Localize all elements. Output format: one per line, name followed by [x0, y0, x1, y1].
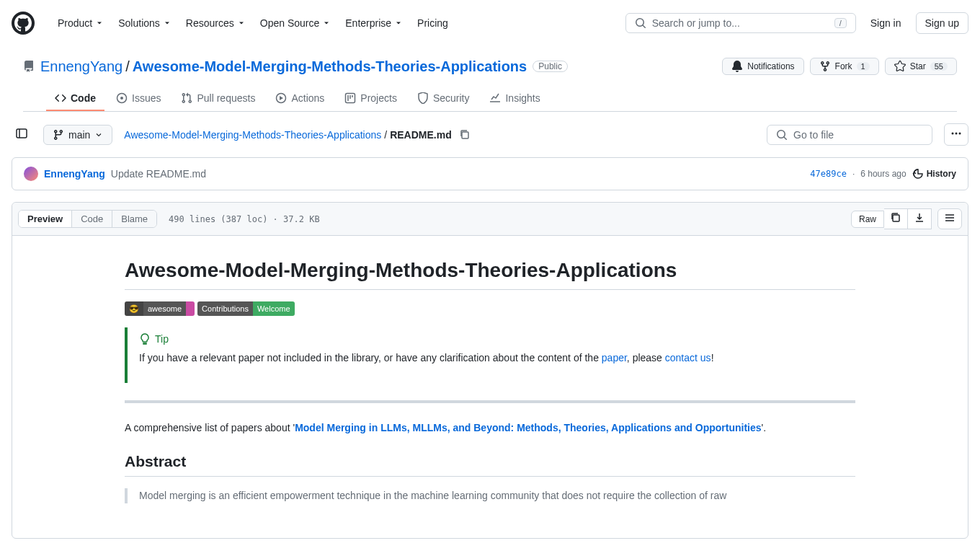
markdown-body: Awesome-Model-Merging-Methods-Theories-A…: [12, 236, 968, 538]
breadcrumb-repo[interactable]: Awesome-Model-Merging-Methods-Theories-A…: [124, 129, 381, 141]
preview-tab[interactable]: Preview: [19, 211, 72, 227]
raw-button[interactable]: Raw: [851, 211, 884, 228]
copy-path-icon[interactable]: [459, 129, 471, 141]
svg-point-6: [952, 133, 954, 135]
branch-selector[interactable]: main: [43, 125, 112, 145]
svg-rect-9: [893, 215, 899, 221]
repo-tabs: Code Issues Pull requests Actions Projec…: [23, 87, 957, 112]
file-info: 490 lines (387 loc) · 37.2 KB: [169, 214, 320, 224]
search-icon: [776, 129, 788, 141]
abstract-body: Model merging is an efficient empowermen…: [125, 488, 855, 503]
projects-icon: [344, 92, 356, 104]
abstract-heading: Abstract: [125, 453, 855, 477]
shield-icon: [417, 92, 429, 104]
list-icon: [944, 212, 956, 224]
global-header: Product Solutions Resources Open Source …: [0, 0, 980, 46]
svg-point-8: [959, 133, 961, 135]
graph-icon: [489, 92, 501, 104]
download-icon: [914, 212, 925, 224]
intro-text: A comprehensive list of papers about 'Mo…: [125, 420, 855, 436]
breadcrumb: Awesome-Model-Merging-Methods-Theories-A…: [124, 129, 470, 141]
awesome-badge[interactable]: 😎 awesome: [125, 301, 195, 316]
file-toolbar: Preview Code Blame 490 lines (387 loc) ·…: [12, 203, 968, 236]
fork-count: 1: [857, 62, 870, 71]
bell-icon: [731, 61, 743, 72]
download-button[interactable]: [908, 208, 932, 229]
issues-icon: [116, 92, 128, 104]
star-count: 55: [930, 62, 948, 71]
copy-button[interactable]: [884, 208, 908, 229]
file-view: Preview Code Blame 490 lines (387 loc) ·…: [12, 202, 968, 539]
outline-button[interactable]: [937, 208, 962, 229]
code-tab[interactable]: Code: [72, 211, 112, 227]
tab-projects[interactable]: Projects: [336, 87, 406, 111]
repo-link[interactable]: Awesome-Model-Merging-Methods-Theories-A…: [133, 58, 527, 75]
chevron-down-icon: [94, 131, 103, 139]
view-toggle: Preview Code Blame: [18, 210, 157, 228]
tab-pulls[interactable]: Pull requests: [172, 87, 264, 111]
repo-header: EnnengYang / Awesome-Model-Merging-Metho…: [0, 46, 980, 112]
tab-issues[interactable]: Issues: [107, 87, 169, 111]
copy-icon: [890, 212, 901, 224]
search-kbd: /: [834, 18, 847, 28]
breadcrumb-file: README.md: [390, 129, 452, 141]
latest-commit: EnnengYang Update README.md 47e89ce · 6 …: [12, 157, 968, 190]
svg-rect-4: [17, 129, 27, 138]
readme-title: Awesome-Model-Merging-Methods-Theories-A…: [125, 259, 855, 290]
tab-code[interactable]: Code: [46, 87, 104, 111]
sidebar-icon: [16, 128, 27, 139]
lightbulb-icon: [139, 333, 151, 345]
tab-actions[interactable]: Actions: [267, 87, 333, 111]
nav-product[interactable]: Product: [52, 13, 110, 33]
repo-icon: [23, 61, 35, 72]
history-icon: [912, 168, 924, 180]
file-nav: main Awesome-Model-Merging-Methods-Theor…: [0, 112, 980, 157]
visibility-badge: Public: [533, 61, 568, 72]
commit-author-link[interactable]: EnnengYang: [44, 168, 105, 180]
svg-point-7: [956, 133, 958, 135]
pr-icon: [181, 92, 192, 104]
more-options-button[interactable]: [944, 123, 968, 146]
star-button[interactable]: Star 55: [885, 58, 957, 75]
search-icon: [635, 17, 646, 29]
paper-link[interactable]: paper: [602, 352, 627, 363]
contributions-badge[interactable]: Contributions Welcome: [197, 301, 294, 316]
nav-enterprise[interactable]: Enterprise: [339, 13, 409, 33]
github-logo[interactable]: [12, 12, 35, 35]
search-input[interactable]: Search or jump to... /: [625, 13, 856, 33]
branch-icon: [53, 129, 64, 141]
owner-link[interactable]: EnnengYang: [40, 58, 122, 75]
divider: [125, 400, 855, 403]
svg-rect-5: [462, 132, 468, 138]
signup-button[interactable]: Sign up: [916, 12, 968, 34]
nav-opensource[interactable]: Open Source: [254, 13, 337, 33]
tip-callout: Tip If you have a relevant paper not inc…: [125, 327, 855, 383]
kebab-icon: [950, 128, 962, 139]
svg-point-1: [120, 97, 123, 100]
commit-time: 6 hours ago: [860, 169, 906, 179]
go-to-file-input[interactable]: Go to file: [767, 125, 932, 145]
nav-solutions[interactable]: Solutions: [112, 13, 177, 33]
actions-icon: [275, 92, 287, 104]
survey-link[interactable]: Model Merging in LLMs, MLLMs, and Beyond…: [295, 422, 761, 433]
nav: Product Solutions Resources Open Source …: [52, 13, 454, 33]
sidebar-toggle[interactable]: [12, 123, 32, 146]
fork-button[interactable]: Fork 1: [810, 58, 879, 75]
tab-insights[interactable]: Insights: [481, 87, 548, 111]
blame-tab[interactable]: Blame: [112, 211, 156, 227]
nav-pricing[interactable]: Pricing: [411, 13, 454, 33]
history-link[interactable]: History: [912, 168, 956, 180]
signin-link[interactable]: Sign in: [862, 13, 910, 33]
tab-security[interactable]: Security: [409, 87, 478, 111]
fork-icon: [819, 61, 831, 72]
contact-link[interactable]: contact us: [665, 352, 711, 363]
commit-sha-link[interactable]: 47e89ce: [810, 169, 847, 179]
star-icon: [894, 61, 906, 72]
nav-resources[interactable]: Resources: [180, 13, 251, 33]
notifications-button[interactable]: Notifications: [722, 58, 803, 75]
avatar[interactable]: [24, 167, 38, 181]
commit-message-link[interactable]: Update README.md: [111, 168, 206, 180]
code-icon: [55, 92, 66, 104]
